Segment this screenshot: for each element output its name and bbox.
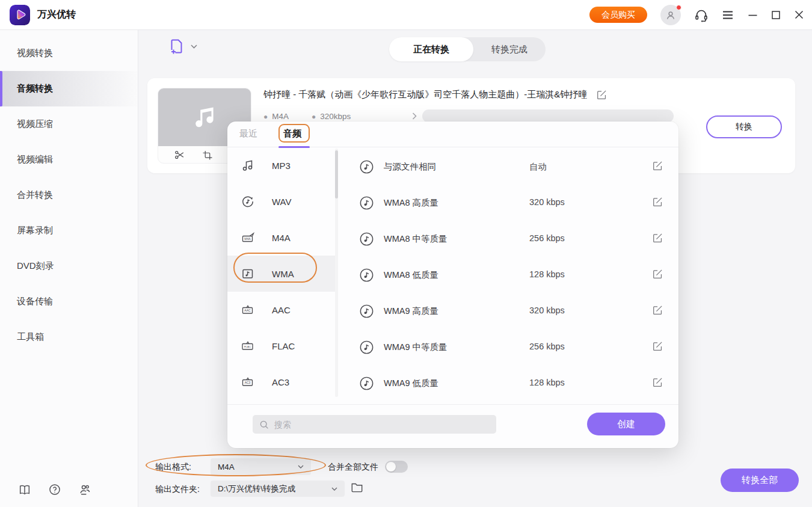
output-folder-select[interactable]: D:\万兴优转\转换完成 [211,481,345,497]
rename-edit-icon[interactable] [597,90,607,100]
toggle-knob [386,462,396,472]
merge-label: 合并全部文件 [328,462,378,473]
add-file-icon [167,37,185,55]
format-list-scrollbar [335,149,338,397]
preset-row-wma9-medium[interactable]: WMA9 中等质量 256 kbps [339,329,678,365]
format-item-ac3[interactable]: AC3 AC3 [227,364,338,400]
audio-preset-icon [358,339,375,358]
trim-button[interactable] [174,149,185,161]
format-item-wma-selected[interactable]: WMA [227,256,338,292]
minimize-button[interactable] [748,11,757,19]
preset-edit-icon[interactable] [653,269,663,279]
format-item-wav[interactable]: WAV [227,183,338,220]
audio-preset-icon [358,267,375,286]
sidebar-item-toolbox[interactable]: 工具箱 [0,319,138,355]
user-icon [665,9,677,21]
preset-edit-icon[interactable] [653,305,663,315]
tab-converting[interactable]: 正在转换 [389,37,473,61]
audio-preset-icon [358,231,375,250]
preset-edit-icon[interactable] [653,233,663,243]
preset-row-wma8-high[interactable]: WMA8 高质量 320 kbps [339,185,678,221]
add-file-chevron-icon [191,45,197,49]
chevron-down-icon [331,487,337,491]
sidebar-item-video-compress[interactable]: 视频压缩 [0,106,138,142]
sidebar-footer [0,483,138,496]
add-file-button[interactable] [167,37,197,55]
merge-toggle[interactable] [385,461,408,473]
sidebar-item-video-convert[interactable]: 视频转换 [0,35,138,71]
sidebar: 视频转换 音频转换 视频压缩 视频编辑 合并转换 屏幕录制 DVD刻录 设备传输… [0,30,138,507]
svg-text:M4A: M4A [244,237,251,241]
expand-chevron-icon[interactable] [412,111,417,122]
preset-edit-icon[interactable] [653,341,663,351]
titlebar-right: 会员购买 [589,5,812,25]
app-logo-icon [10,5,30,25]
format-item-mp3[interactable]: MP3 [227,147,338,183]
search-input[interactable] [274,420,490,429]
create-button[interactable]: 创建 [587,413,665,435]
membership-buy-button[interactable]: 会员购买 [589,7,647,23]
svg-text:AC3: AC3 [245,381,251,384]
support-headset-icon[interactable] [694,8,709,22]
sidebar-item-screen-record[interactable]: 屏幕录制 [0,213,138,248]
titlebar: 万兴优转 会员购买 [0,0,812,30]
bullet-icon: ● [263,112,268,121]
chevron-down-icon [298,465,304,469]
audio-preset-icon [358,159,375,177]
format-item-aac[interactable]: AAC AAC [227,292,338,328]
file-title: 钟抒曈 - 千落赋（动画《少年歌行互动版》司空千落人物主题曲）-王瑞淇&钟抒曈 [263,89,587,100]
preset-row-same-as-source[interactable]: 与源文件相同 自动 [339,149,678,185]
preset-row-wma9-low[interactable]: WMA9 低质量 128 kbps [339,365,678,401]
app-window: 万兴优转 会员购买 [0,0,812,507]
preset-edit-icon[interactable] [653,377,663,387]
sidebar-item-device-transfer[interactable]: 设备传输 [0,284,138,319]
sidebar-item-video-edit[interactable]: 视频编辑 [0,142,138,177]
audio-preset-icon [358,375,375,394]
output-folder-label: 输出文件夹: [155,484,200,495]
output-format-select[interactable]: M4A [211,458,311,475]
aac-icon: AAC [241,303,255,317]
m4a-icon: M4A [241,230,255,245]
preset-list: 与源文件相同 自动 WMA8 高质量 320 kbps [339,149,678,401]
convert-button[interactable]: 转换 [706,115,782,138]
audio-preset-icon [358,303,375,322]
format-list: MP3 WAV M4A M4A [227,147,338,404]
account-avatar[interactable] [660,5,681,25]
wma-icon [241,266,255,281]
tab-audio[interactable]: 音频 [283,128,301,140]
bullet-icon: ● [312,112,316,121]
mp3-icon [241,158,255,173]
scrollbar-thumb[interactable] [335,150,338,198]
convert-tabs: 正在转换 转换完成 [389,37,546,61]
open-folder-icon[interactable] [351,482,363,493]
preset-row-wma8-medium[interactable]: WMA8 中等质量 256 kbps [339,221,678,257]
format-item-flac[interactable]: FLAC FLAC [227,328,338,364]
help-icon[interactable] [48,483,61,496]
crop-button[interactable] [202,150,213,161]
search-box[interactable] [253,415,496,434]
sidebar-item-dvd-burn[interactable]: DVD刻录 [0,248,138,284]
tab-finished[interactable]: 转换完成 [473,37,546,61]
close-button[interactable] [795,10,804,19]
flac-icon: FLAC [241,339,255,353]
sidebar-item-audio-convert[interactable]: 音频转换 [0,71,138,106]
preset-row-wma8-low[interactable]: WMA8 低质量 128 kbps [339,257,678,293]
preset-row-wma9-high[interactable]: WMA9 高质量 320 kbps [339,293,678,329]
notification-dot [676,5,681,10]
ac3-icon: AC3 [241,375,255,389]
file-format: M4A [272,112,289,121]
sidebar-item-merge-convert[interactable]: 合并转换 [0,177,138,213]
menu-icon[interactable] [722,10,734,20]
maximize-button[interactable] [772,11,780,19]
tab-recent[interactable]: 最近 [239,128,257,140]
file-meta: ● M4A ● 320kbps [263,112,374,121]
convert-all-button[interactable]: 转换全部 [721,469,799,492]
wav-icon [241,194,255,209]
preset-edit-icon[interactable] [653,197,663,207]
community-icon[interactable] [78,483,91,496]
app-title: 万兴优转 [37,8,76,21]
format-item-m4a[interactable]: M4A M4A [227,220,338,256]
preset-edit-icon[interactable] [653,161,663,171]
output-format-label: 输出格式: [155,462,191,473]
guide-book-icon[interactable] [18,483,31,496]
